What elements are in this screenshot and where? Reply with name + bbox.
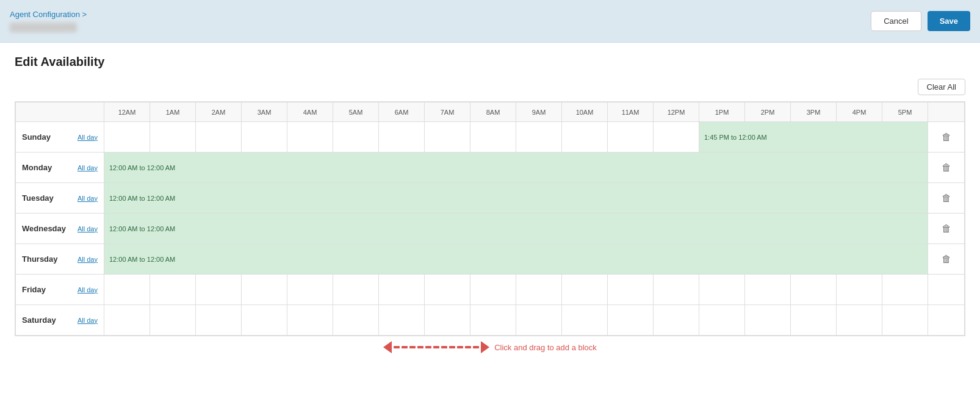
saturday-allday[interactable]: All day [77,317,98,324]
friday-allday[interactable]: All day [77,286,98,294]
saturday-cell-0[interactable] [104,305,150,336]
arrow-left-icon [383,341,392,353]
time-3am: 3AM [242,103,287,122]
saturday-cell-6[interactable] [379,305,425,336]
saturday-cell-2[interactable] [196,305,242,336]
sunday-cell-1[interactable] [150,122,196,153]
friday-cell-15[interactable] [791,275,837,305]
time-11am: 11AM [608,103,654,122]
saturday-cell-7[interactable] [425,305,470,336]
monday-allday[interactable]: All day [77,164,98,171]
thursday-allday[interactable]: All day [77,256,98,263]
sunday-cell-4[interactable] [287,122,333,153]
saturday-cell-3[interactable] [242,305,287,336]
availability-grid-wrapper: 12AM 1AM 2AM 3AM 4AM 5AM 6AM 7AM 8AM 9AM… [15,101,965,336]
friday-cell-2[interactable] [196,275,242,305]
row-monday: Monday All day 12:00 AM to 12:00 AM 🗑 [16,153,965,183]
wednesday-avail-text: 12:00 AM to 12:00 AM [107,225,175,232]
sunday-cell-3[interactable] [242,122,287,153]
friday-cell-4[interactable] [287,275,333,305]
friday-cell-13[interactable] [699,275,745,305]
saturday-cell-8[interactable] [470,305,516,336]
thursday-avail-block[interactable]: 12:00 AM to 12:00 AM [104,244,928,275]
saturday-cell-15[interactable] [791,305,837,336]
save-button[interactable]: Save [928,11,970,31]
friday-cell-3[interactable] [242,275,287,305]
monday-avail-block[interactable]: 12:00 AM to 12:00 AM [104,153,928,183]
wednesday-delete-button[interactable]: 🗑 [942,223,951,234]
monday-delete-button[interactable]: 🗑 [942,162,951,173]
time-12pm: 12PM [654,103,699,122]
time-7am: 7AM [425,103,470,122]
friday-cell-8[interactable] [470,275,516,305]
availability-grid: 12AM 1AM 2AM 3AM 4AM 5AM 6AM 7AM 8AM 9AM… [15,102,965,336]
wednesday-label-cell: Wednesday All day [16,214,104,244]
time-5pm: 5PM [882,103,928,122]
saturday-delete-cell [928,305,965,336]
saturday-cell-9[interactable] [516,305,562,336]
saturday-cell-13[interactable] [699,305,745,336]
saturday-cell-4[interactable] [287,305,333,336]
sunday-avail-block[interactable]: 1:45 PM to 12:00 AM [699,122,928,153]
tuesday-avail-block[interactable]: 12:00 AM to 12:00 AM [104,183,928,214]
friday-cell-6[interactable] [379,275,425,305]
wednesday-delete-cell: 🗑 [928,214,965,244]
thursday-delete-cell: 🗑 [928,244,965,275]
time-9am: 9AM [516,103,562,122]
saturday-cell-10[interactable] [562,305,608,336]
sunday-cell-7[interactable] [425,122,470,153]
sunday-cell-9[interactable] [516,122,562,153]
drag-arrow-left [383,341,489,353]
friday-cell-12[interactable] [654,275,699,305]
time-8am: 8AM [470,103,516,122]
saturday-cell-17[interactable] [882,305,928,336]
day-col-header [16,103,104,122]
clear-all-button[interactable]: Clear All [918,79,965,95]
tuesday-avail-text: 12:00 AM to 12:00 AM [107,195,175,202]
saturday-cell-5[interactable] [333,305,379,336]
friday-cell-10[interactable] [562,275,608,305]
sunday-cell-0[interactable] [104,122,150,153]
tuesday-delete-button[interactable]: 🗑 [942,193,951,204]
thursday-delete-button[interactable]: 🗑 [942,254,951,265]
friday-cell-16[interactable] [837,275,882,305]
friday-cell-1[interactable] [150,275,196,305]
sunday-cell-5[interactable] [333,122,379,153]
tuesday-name: Tuesday [22,193,54,203]
saturday-cell-16[interactable] [837,305,882,336]
header: Agent Configuration > Cancel Save [0,0,980,43]
clear-all-row: Clear All [15,79,965,95]
saturday-cell-1[interactable] [150,305,196,336]
friday-cell-0[interactable] [104,275,150,305]
friday-cell-9[interactable] [516,275,562,305]
agent-name-blurred [10,23,77,32]
saturday-cell-12[interactable] [654,305,699,336]
sunday-cell-10[interactable] [562,122,608,153]
time-4am: 4AM [287,103,333,122]
breadcrumb-link[interactable]: Agent Configuration > [10,10,87,19]
friday-cell-17[interactable] [882,275,928,305]
sunday-cell-6[interactable] [379,122,425,153]
friday-cell-14[interactable] [745,275,791,305]
friday-cell-11[interactable] [608,275,654,305]
sunday-cell-2[interactable] [196,122,242,153]
friday-cell-5[interactable] [333,275,379,305]
thursday-avail-text: 12:00 AM to 12:00 AM [107,256,175,263]
saturday-cell-11[interactable] [608,305,654,336]
monday-avail-text: 12:00 AM to 12:00 AM [107,164,175,171]
header-left: Agent Configuration > [10,10,87,32]
sunday-allday[interactable]: All day [77,134,98,141]
tuesday-allday[interactable]: All day [77,195,98,202]
sunday-delete-button[interactable]: 🗑 [942,132,951,143]
monday-label-cell: Monday All day [16,153,104,183]
friday-cell-7[interactable] [425,275,470,305]
cancel-button[interactable]: Cancel [871,11,921,31]
wednesday-avail-block[interactable]: 12:00 AM to 12:00 AM [104,214,928,244]
time-delete-col [928,103,965,122]
wednesday-allday[interactable]: All day [77,225,98,232]
friday-delete-cell [928,275,965,305]
saturday-cell-14[interactable] [745,305,791,336]
sunday-cell-8[interactable] [470,122,516,153]
sunday-cell-12[interactable] [654,122,699,153]
sunday-cell-11[interactable] [608,122,654,153]
